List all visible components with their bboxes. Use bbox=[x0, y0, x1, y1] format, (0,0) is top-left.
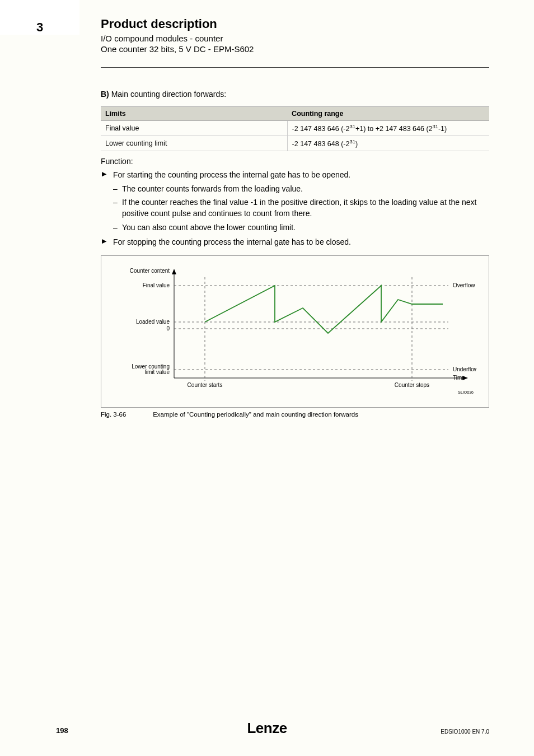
range0-c: -1) bbox=[438, 125, 447, 133]
section-b-text: Main counting direction forwards: bbox=[111, 90, 226, 99]
table-header-row: Limits Counting range bbox=[101, 107, 489, 121]
header-subtitle-2: One counter 32 bits, 5 V DC - EPM-S602 bbox=[101, 44, 254, 54]
header-divider bbox=[101, 67, 489, 68]
range0-sup1: 31 bbox=[349, 124, 355, 129]
th-limits: Limits bbox=[101, 107, 287, 121]
cell-limit-1: Lower counting limit bbox=[101, 136, 287, 151]
bullet-1-text: For stopping the counting process the in… bbox=[113, 237, 351, 246]
limits-table: Limits Counting range Final value -2 147… bbox=[101, 106, 489, 151]
label-final-value: Final value bbox=[143, 282, 170, 288]
page-header: Product description I/O compound modules… bbox=[101, 17, 254, 54]
label-counter-stops: Counter stops bbox=[395, 382, 429, 388]
brand-logo: Lenze bbox=[247, 720, 287, 737]
section-b-prefix: B) bbox=[101, 90, 109, 99]
range0-a: -2 147 483 646 (-2 bbox=[292, 125, 350, 133]
cell-range-0: -2 147 483 646 (-231+1) to +2 147 483 64… bbox=[287, 121, 489, 136]
page-number: 198 bbox=[56, 726, 68, 735]
table-row: Final value -2 147 483 646 (-231+1) to +… bbox=[101, 121, 489, 136]
label-time: Time bbox=[453, 375, 465, 381]
label-lower-limit-2: limit value bbox=[145, 369, 170, 375]
figure-caption: Fig. 3-66 Example of "Counting periodica… bbox=[101, 411, 489, 418]
section-b-heading: B) Main counting direction forwards: bbox=[101, 90, 489, 99]
bullet-item-1: For stopping the counting process the in… bbox=[101, 236, 489, 248]
range1-b: ) bbox=[355, 140, 358, 148]
content-area: B) Main counting direction forwards: Lim… bbox=[101, 90, 489, 418]
cell-range-1: -2 147 483 648 (-231) bbox=[287, 136, 489, 151]
figure-container: Counter content Final value Loaded value… bbox=[101, 255, 489, 408]
document-page: 3 Product description I/O compound modul… bbox=[0, 0, 534, 756]
function-label: Function: bbox=[101, 157, 489, 166]
dash-list-0: The counter counts forwards from the loa… bbox=[113, 183, 489, 233]
range1-sup1: 31 bbox=[349, 139, 355, 144]
dash-item: You can also count above the lower count… bbox=[113, 222, 489, 233]
range1-a: -2 147 483 648 (-2 bbox=[292, 140, 350, 148]
dash-item: The counter counts forwards from the loa… bbox=[113, 183, 489, 194]
label-counter-starts: Counter starts bbox=[188, 382, 223, 388]
dash-item: If the counter reaches the final value -… bbox=[113, 197, 489, 220]
figure-number: Fig. 3-66 bbox=[101, 411, 151, 418]
figure-caption-text: Example of "Counting periodically" and m… bbox=[153, 411, 358, 418]
label-overflow: Overflow bbox=[453, 282, 475, 288]
bullet-list: For starting the counting process the in… bbox=[101, 169, 489, 248]
svg-marker-1 bbox=[172, 269, 176, 274]
th-range: Counting range bbox=[287, 107, 489, 121]
bullet-item-0: For starting the counting process the in… bbox=[101, 169, 489, 232]
label-zero: 0 bbox=[166, 325, 170, 332]
label-underflow: Underflow bbox=[453, 366, 476, 372]
range0-b: +1) to +2 147 483 646 (2 bbox=[355, 125, 433, 133]
header-title: Product description bbox=[101, 17, 254, 31]
figure-code: SLIO036 bbox=[458, 390, 474, 394]
label-counter-content: Counter content bbox=[130, 268, 170, 274]
cell-limit-0: Final value bbox=[101, 121, 287, 136]
range0-sup2: 31 bbox=[433, 124, 438, 129]
label-loaded-value: Loaded value bbox=[136, 319, 170, 325]
table-row: Lower counting limit -2 147 483 648 (-23… bbox=[101, 136, 489, 151]
chapter-number: 3 bbox=[0, 0, 79, 35]
header-subtitle-1: I/O compound modules - counter bbox=[101, 34, 254, 43]
document-id: EDSIO1000 EN 7.0 bbox=[441, 729, 489, 735]
counter-diagram: Counter content Final value Loaded value… bbox=[107, 260, 476, 395]
bullet-0-text: For starting the counting process the in… bbox=[113, 170, 350, 179]
